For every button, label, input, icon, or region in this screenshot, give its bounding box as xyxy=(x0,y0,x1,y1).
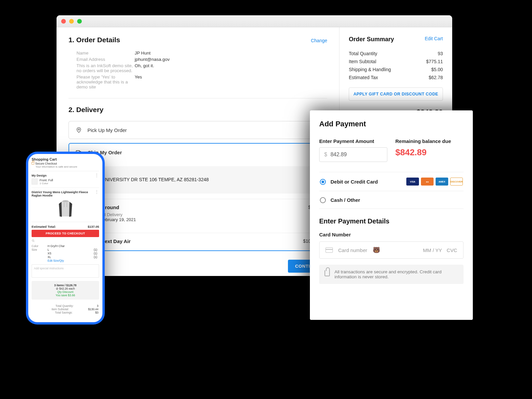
bottom-sub-label: Item Subtotal: xyxy=(32,308,88,311)
detail-value: jphunt@nasa.gov xyxy=(135,57,170,62)
payment-amount-input[interactable]: $ 842.89 xyxy=(319,147,387,162)
detail-value: Yes xyxy=(135,74,142,79)
design-title: My Design xyxy=(32,174,47,177)
product-name: District Young Mens Lightweight Fleece R… xyxy=(32,191,91,197)
radio-icon xyxy=(320,197,326,203)
location-pin-icon xyxy=(75,127,82,133)
proceed-to-checkout-button[interactable]: PROCEED TO CHECKOUT xyxy=(32,230,99,237)
summary-value: 93 xyxy=(438,51,443,56)
summary-label: Estimated Tax xyxy=(349,75,378,80)
payment-method-card[interactable]: Debit or Credit Card VISA ●● AMEX DISCOV… xyxy=(319,172,464,191)
card-number-label: Card Number xyxy=(319,232,464,237)
add-payment-title: Add Payment xyxy=(319,120,464,128)
edit-size-qty-link[interactable]: Edit Size/Qty xyxy=(48,259,94,262)
apply-discount-button[interactable]: APPLY GIFT CARD OR DISCOUNT CODE xyxy=(349,87,443,101)
minimize-window-icon[interactable] xyxy=(69,19,74,24)
summary-label: Item Subtotal xyxy=(349,59,376,64)
size-qty: (1) xyxy=(94,252,99,255)
lock-icon xyxy=(32,162,34,165)
size-qty: (1) xyxy=(94,255,99,259)
secure-notice: All transactions are secure and encrypte… xyxy=(319,265,464,284)
size-header: Size xyxy=(32,248,48,251)
ship-option-header[interactable]: Ship My Order xyxy=(69,144,327,161)
radio-icon xyxy=(320,179,326,185)
bottom-summary: Total Quantity:3 Item Subtotal:$130.44 T… xyxy=(32,304,99,314)
card-icon xyxy=(326,247,333,253)
summary-value: $62.78 xyxy=(429,75,443,80)
ship-rate-option[interactable]: UPS - Next Day Air$100.00 xyxy=(69,233,327,250)
line-summary-box: 3 items / $126.78 ⊘ $42.26 each Qty Disc… xyxy=(32,281,99,300)
summary-value: $775.11 xyxy=(426,59,443,64)
you-save-label: You save $3.66 xyxy=(33,294,98,297)
lock-icon xyxy=(325,270,330,276)
line1: 3 items / $126.78 xyxy=(33,284,98,287)
size-qty: (1) xyxy=(94,248,99,251)
card-number-placeholder: Card number xyxy=(338,247,367,253)
design-swatch xyxy=(32,179,38,185)
payment-method-cash[interactable]: Cash / Other xyxy=(319,191,464,209)
bottom-qty-label: Total Quantity: xyxy=(32,304,97,308)
bear-icon: 🐻 xyxy=(373,246,380,254)
bottom-sav-value: $3 xyxy=(95,311,98,314)
close-window-icon[interactable] xyxy=(61,19,66,24)
visa-icon: VISA xyxy=(406,178,419,186)
size-table: ColorH Gry/H Char SizeL(1) XS(1) XL(1) E… xyxy=(32,244,99,262)
mastercard-icon: ●● xyxy=(421,178,434,186)
pickup-option[interactable]: Pick Up My Order xyxy=(68,121,327,139)
edit-cart-link[interactable]: Edit Cart xyxy=(425,36,443,41)
payment-details-title: Enter Payment Details xyxy=(319,217,464,225)
order-details-change-link[interactable]: Change xyxy=(311,38,327,43)
bottom-sub-value: $130.44 xyxy=(88,308,98,311)
bottom-sav-label: Total Savings: xyxy=(32,311,95,314)
payment-amount-value: 842.89 xyxy=(331,152,347,158)
window-titlebar xyxy=(57,15,452,27)
order-details-list: NameJP Hunt Email Addressjphunt@nasa.gov… xyxy=(76,51,327,89)
ship-rate-option[interactable]: UPS - Ground$5.00 Estimated DeliveryFrid… xyxy=(69,199,327,227)
maximize-window-icon[interactable] xyxy=(77,19,82,24)
card-brand-icons: VISA ●● AMEX DISCOVER xyxy=(406,178,463,186)
each-price: $42.26 each xyxy=(59,287,75,290)
special-instructions-input[interactable]: Add special instructions xyxy=(32,264,99,278)
color-header: Color xyxy=(32,244,48,248)
mobile-cart-preview: Shopping Cart Secure Checkout Your infor… xyxy=(26,152,105,325)
mobile-secure-label: Secure Checkout xyxy=(35,162,57,165)
color-value: H Gry/H Char xyxy=(48,244,94,248)
detail-label: Please type 'Yes' to acknowledge that th… xyxy=(76,74,135,89)
payment-method-label: Cash / Other xyxy=(331,197,360,203)
detail-label: Email Address xyxy=(76,57,135,62)
est-total-value: $137.05 xyxy=(88,225,99,228)
detail-label: This is an InkSoft demo site, no orders … xyxy=(76,63,135,73)
payment-method-label: Debit or Credit Card xyxy=(331,179,378,185)
summary-title: Order Summary xyxy=(349,36,394,43)
svg-point-4 xyxy=(32,240,34,241)
card-cvc-placeholder: CVC xyxy=(447,247,457,253)
size-name: XL xyxy=(48,255,51,259)
pickup-label: Pick Up My Order xyxy=(87,127,127,133)
mobile-cart-title: Shopping Cart xyxy=(32,157,99,161)
card-number-input[interactable]: Card number 🐻 MM / YY CVC xyxy=(319,241,464,259)
summary-value: $5.00 xyxy=(431,67,443,72)
ship-to-address: 1830 W UNIVERSITY DR STE 106 TEMPE, AZ 8… xyxy=(84,177,320,182)
secure-text: All transactions are secure and encrypte… xyxy=(334,269,458,279)
discover-icon: DISCOVER xyxy=(450,178,463,186)
est-total-label: Estimated Total: xyxy=(32,225,56,228)
more-icon[interactable]: ⋮ xyxy=(94,191,99,193)
remaining-balance-label: Remaining balance due xyxy=(395,138,464,144)
more-icon[interactable]: ⋮ xyxy=(94,174,99,177)
dollar-icon: $ xyxy=(324,152,327,158)
size-name: XS xyxy=(48,252,51,255)
front-label: Front: Full xyxy=(40,179,53,182)
mobile-secure-sub: Your information is safe and secure xyxy=(36,165,99,168)
payment-amount-label: Enter Payment Amount xyxy=(319,138,387,144)
change-address-link[interactable]: Change xyxy=(84,184,320,189)
search-icon[interactable] xyxy=(32,239,35,242)
summary-label: Shipping & Handling xyxy=(349,67,391,72)
bottom-qty-value: 3 xyxy=(97,304,98,308)
color-count: 1 Color xyxy=(40,182,53,185)
size-row: L xyxy=(48,248,94,251)
product-thumbnail xyxy=(55,199,76,219)
detail-value: Oh, got it. xyxy=(135,63,154,68)
ship-to-block: Ship to 1830 W UNIVERSITY DR STE 106 TEM… xyxy=(69,166,327,194)
size-row: XS xyxy=(48,252,94,255)
summary-label: Total Quantity xyxy=(349,51,377,56)
